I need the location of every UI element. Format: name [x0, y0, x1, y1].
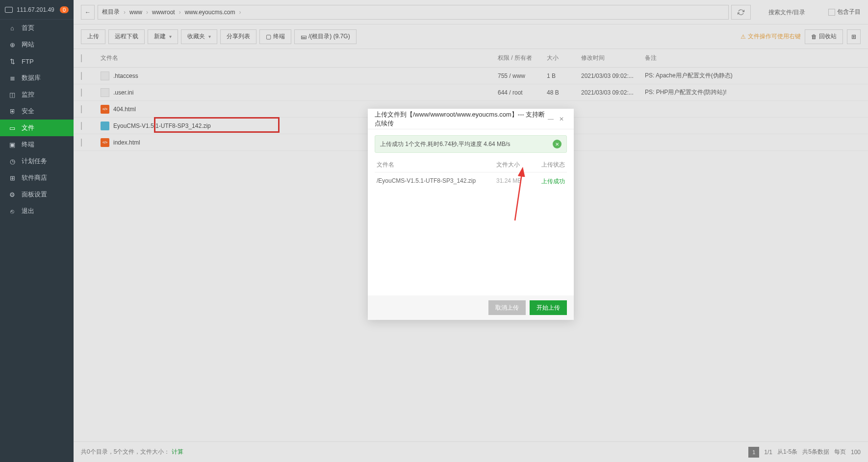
- modal-header[interactable]: 上传文件到【/www/wwwroot/www.eyoucms.com】--- 支…: [368, 109, 574, 129]
- logout-icon: ⎋: [9, 208, 16, 215]
- start-upload-button[interactable]: 开始上传: [530, 300, 567, 315]
- modal-close-button[interactable]: ✕: [556, 114, 567, 124]
- globe-icon: ⊕: [9, 41, 16, 48]
- shield-icon: ⛨: [9, 108, 16, 115]
- home-icon: ⌂: [9, 24, 16, 31]
- sidebar-item-label: 数据库: [22, 73, 41, 82]
- server-ip: 111.67.201.49: [17, 6, 60, 13]
- upload-file-row: /EyouCMS-V1.5.1-UTF8-SP3_142.zip 31.24 M…: [375, 172, 567, 191]
- modal-title: 上传文件到【/www/wwwroot/www.eyoucms.com】--- 支…: [375, 110, 545, 128]
- sidebar-item-ftp[interactable]: ⇅FTP: [0, 53, 74, 70]
- sidebar-item-terminal[interactable]: ▣终端: [0, 136, 74, 153]
- sidebar-item-label: 网站: [22, 40, 34, 49]
- monitor-icon: ◫: [9, 91, 16, 98]
- folder-icon: ▭: [9, 124, 16, 131]
- monitor-icon: [5, 7, 13, 13]
- upload-col-name: 文件名: [377, 161, 496, 169]
- sidebar-item-label: 监控: [22, 90, 34, 99]
- sidebar-header: 111.67.201.49 0: [0, 0, 74, 20]
- settings-icon: ⚙: [9, 191, 16, 198]
- sidebar-item-label: 首页: [22, 24, 34, 32]
- notification-badge[interactable]: 0: [60, 6, 69, 13]
- sidebar-item-label: 退出: [22, 207, 34, 216]
- sidebar-item-task[interactable]: ◷计划任务: [0, 153, 74, 170]
- success-banner: 上传成功 1个文件,耗时6.74秒,平均速度 4.64 MB/s ✕: [375, 135, 567, 153]
- main-content: ← 根目录›www›wwwroot›www.eyoucms.com› 包含子目 …: [74, 0, 868, 462]
- store-icon: ⊞: [9, 174, 16, 181]
- modal-minimize-button[interactable]: —: [545, 114, 556, 124]
- ftp-icon: ⇅: [9, 58, 16, 65]
- sidebar-item-label: FTP: [22, 58, 34, 65]
- upload-file-status: 上传成功: [536, 177, 565, 186]
- sidebar-item-home[interactable]: ⌂首页: [0, 20, 74, 36]
- cancel-upload-button[interactable]: 取消上传: [488, 300, 526, 315]
- upload-file-size: 31.24 MB: [496, 177, 536, 186]
- sidebar-item-settings[interactable]: ⚙面板设置: [0, 186, 74, 203]
- upload-col-status: 上传状态: [536, 161, 565, 169]
- sidebar-item-label: 软件商店: [22, 173, 47, 182]
- sidebar: 111.67.201.49 0 ⌂首页⊕网站⇅FTP≣数据库◫监控⛨安全▭文件▣…: [0, 0, 74, 462]
- upload-col-size: 文件大小: [496, 161, 536, 169]
- task-icon: ◷: [9, 158, 16, 165]
- sidebar-item-shield[interactable]: ⛨安全: [0, 103, 74, 120]
- sidebar-item-monitor[interactable]: ◫监控: [0, 86, 74, 103]
- db-icon: ≣: [9, 74, 16, 81]
- upload-modal: 上传文件到【/www/wwwroot/www.eyoucms.com】--- 支…: [368, 109, 574, 320]
- sidebar-item-folder[interactable]: ▭文件: [0, 120, 74, 136]
- sidebar-item-label: 文件: [22, 123, 34, 132]
- terminal-icon: ▣: [9, 141, 16, 148]
- modal-backdrop: 上传文件到【/www/wwwroot/www.eyoucms.com】--- 支…: [74, 0, 868, 462]
- sidebar-item-label: 面板设置: [22, 190, 47, 199]
- upload-file-name: /EyouCMS-V1.5.1-UTF8-SP3_142.zip: [377, 177, 496, 186]
- sidebar-item-label: 安全: [22, 107, 34, 116]
- sidebar-item-label: 计划任务: [22, 157, 47, 166]
- success-text: 上传成功 1个文件,耗时6.74秒,平均速度 4.64 MB/s: [380, 140, 510, 148]
- sidebar-item-logout[interactable]: ⎋退出: [0, 203, 74, 219]
- banner-close-button[interactable]: ✕: [553, 140, 562, 148]
- sidebar-item-globe[interactable]: ⊕网站: [0, 36, 74, 53]
- sidebar-item-db[interactable]: ≣数据库: [0, 70, 74, 86]
- sidebar-item-store[interactable]: ⊞软件商店: [0, 170, 74, 186]
- sidebar-item-label: 终端: [22, 140, 34, 149]
